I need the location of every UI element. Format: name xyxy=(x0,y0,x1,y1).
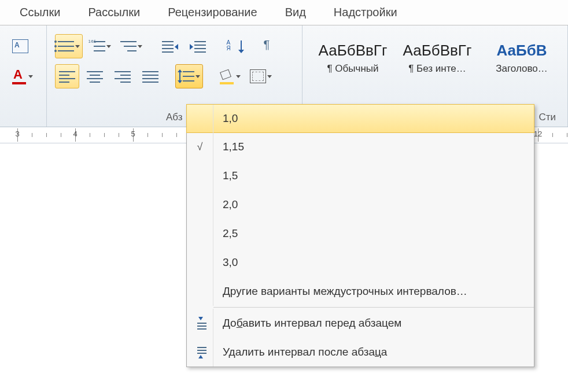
sort-button[interactable] xyxy=(223,34,247,58)
menu-gutter xyxy=(187,161,213,190)
align-justify-button[interactable] xyxy=(138,64,163,88)
line-spacing-option-3-0[interactable]: 3,0 xyxy=(187,248,534,277)
style-caption: ¶ Без инте… xyxy=(408,63,466,75)
font-group-fragment xyxy=(0,25,47,127)
align-center-button[interactable] xyxy=(83,64,107,88)
bullet-list-icon xyxy=(58,39,74,53)
align-right-icon xyxy=(115,69,131,83)
align-left-button[interactable] xyxy=(55,64,79,88)
style-caption: ¶ Обычный xyxy=(327,63,379,75)
style-preview: АаБбВвГг xyxy=(319,42,388,60)
line-spacing-option-1-0[interactable]: 1,0 xyxy=(186,104,534,133)
add-space-before-paragraph[interactable]: Добавить интервал перед абзацем xyxy=(187,309,534,338)
pilcrow-icon xyxy=(261,39,278,53)
menu-item-label: Другие варианты междустрочных интервалов… xyxy=(223,285,467,298)
tab-mailings[interactable]: Рассылки xyxy=(74,0,154,25)
remove-space-after-paragraph[interactable]: Удалить интервал после абзаца xyxy=(187,338,534,367)
shading-button[interactable] xyxy=(216,64,244,88)
style-heading1[interactable]: АаБбВ Заголово… xyxy=(480,31,564,84)
align-left-icon xyxy=(59,69,75,83)
style-no-spacing[interactable]: АаБбВвГг ¶ Без инте… xyxy=(395,31,480,84)
line-spacing-option-2-5[interactable]: 2,5 xyxy=(187,219,534,248)
ribbon-tabs: Ссылки Рассылки Рецензирование Вид Надст… xyxy=(0,0,568,25)
line-spacing-icon xyxy=(178,69,194,83)
menu-item-label: Удалить интервал после абзаца xyxy=(223,346,387,358)
style-preview: АаБбВвГг xyxy=(403,42,472,60)
paint-bucket-icon xyxy=(219,69,235,83)
decrease-indent-icon xyxy=(162,39,178,53)
align-justify-icon xyxy=(142,69,158,83)
menu-item-label: Добавить интервал перед абзацем xyxy=(223,317,401,330)
menu-gutter xyxy=(187,219,213,248)
borders-icon xyxy=(250,69,266,83)
increase-indent-icon xyxy=(190,39,206,53)
style-normal[interactable]: АаБбВвГг ¶ Обычный xyxy=(311,31,395,84)
ruler-mark: 5 xyxy=(131,130,135,138)
character-shading-button[interactable] xyxy=(8,34,32,58)
ruler-mark: 4 xyxy=(73,130,77,138)
menu-item-label: 2,5 xyxy=(223,227,238,240)
menu-item-label: 1,0 xyxy=(223,112,238,125)
tab-view[interactable]: Вид xyxy=(271,0,320,25)
styles-group-label: Сти xyxy=(539,112,556,123)
ruler-mark: 3 xyxy=(15,130,19,138)
menu-item-label: 3,0 xyxy=(223,256,238,269)
line-spacing-button[interactable] xyxy=(175,64,203,88)
line-spacing-option-1-15[interactable]: √ 1,15 xyxy=(187,132,534,161)
borders-button[interactable] xyxy=(247,64,275,88)
menu-item-label: 2,0 xyxy=(223,198,238,211)
menu-item-label: 1,15 xyxy=(223,140,244,153)
menu-item-label: 1,5 xyxy=(223,169,238,182)
show-paragraph-marks-button[interactable] xyxy=(257,34,282,58)
tab-addins[interactable]: Надстройки xyxy=(320,0,411,25)
menu-gutter xyxy=(187,105,213,132)
style-caption: Заголово… xyxy=(496,63,548,75)
numbered-list-icon xyxy=(89,39,105,53)
tab-links[interactable]: Ссылки xyxy=(6,0,74,25)
align-right-button[interactable] xyxy=(110,64,135,88)
menu-separator xyxy=(213,307,534,308)
checkmark-icon: √ xyxy=(187,132,213,161)
menu-gutter xyxy=(187,277,213,306)
multilevel-list-button[interactable] xyxy=(117,34,145,58)
bullet-list-button[interactable] xyxy=(55,34,83,58)
ruler-mark: 12 xyxy=(534,130,542,138)
font-color-button[interactable] xyxy=(8,64,36,88)
numbered-list-button[interactable] xyxy=(86,34,114,58)
line-spacing-option-2-0[interactable]: 2,0 xyxy=(187,190,534,219)
character-box-icon xyxy=(12,39,28,53)
multilevel-list-icon xyxy=(120,39,137,53)
line-spacing-options-more[interactable]: Другие варианты междустрочных интервалов… xyxy=(187,277,534,306)
tab-review[interactable]: Рецензирование xyxy=(154,0,271,25)
align-center-icon xyxy=(87,69,103,83)
style-preview: АаБбВ xyxy=(496,42,547,60)
decrease-indent-button[interactable] xyxy=(158,34,182,58)
line-spacing-option-1-5[interactable]: 1,5 xyxy=(187,161,534,190)
menu-gutter xyxy=(187,248,213,277)
remove-space-after-icon xyxy=(187,338,213,367)
increase-indent-button[interactable] xyxy=(186,34,210,58)
add-space-before-icon xyxy=(187,309,213,338)
menu-gutter xyxy=(187,190,213,219)
sort-icon xyxy=(227,39,243,53)
font-color-icon xyxy=(11,69,27,83)
line-spacing-menu: 1,0 √ 1,15 1,5 2,0 2,5 3,0 Другие вариан… xyxy=(186,104,534,367)
